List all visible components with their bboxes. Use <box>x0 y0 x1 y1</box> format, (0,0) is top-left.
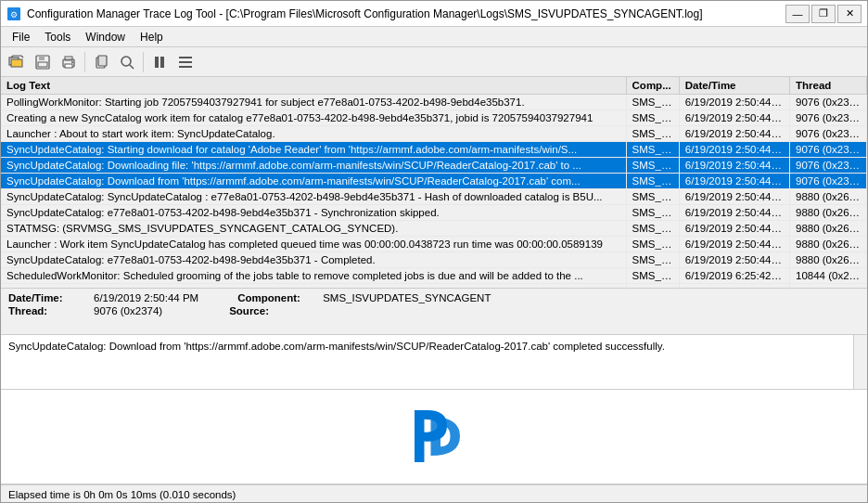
toolbar-separator <box>84 52 85 72</box>
log-table: Log Text Comp... Date/Time Thread Pollin… <box>1 77 867 289</box>
log-thread-cell: 9880 (0x2698) <box>790 189 867 205</box>
details-panel: Date/Time: 6/19/2019 2:50:44 PM Componen… <box>1 289 867 336</box>
log-datetime-cell: 6/19/2019 6:25:42 PM <box>679 268 789 284</box>
table-row[interactable]: PollingWorkMonitor: Starting job 7205759… <box>1 95 867 110</box>
svg-rect-3 <box>11 59 22 67</box>
svg-rect-6 <box>38 62 47 67</box>
source-label: Source: <box>229 305 303 316</box>
table-row[interactable]: SyncUpdateCatalog: e77e8a01-0753-4202-b4… <box>1 205 867 221</box>
find-button[interactable] <box>115 50 139 74</box>
table-row[interactable]: Launcher : About to start work item: Syn… <box>1 126 867 142</box>
log-datetime-cell: 6/19/2019 2:50:44 PM <box>679 221 789 237</box>
log-thread-cell: 9076 (0x2374) <box>790 110 867 126</box>
header-thread[interactable]: Thread <box>790 77 867 95</box>
log-thread-cell: 9880 (0x2698) <box>790 252 867 268</box>
log-thread-cell: 9880 (0x2698) <box>790 221 867 237</box>
log-datetime-cell: 6/19/2019 2:50:44 PM <box>679 110 789 126</box>
close-button[interactable]: ✕ <box>837 5 862 23</box>
message-scrollbar[interactable] <box>853 335 867 389</box>
log-comp-cell: SMS_ISVU <box>626 221 679 237</box>
svg-rect-15 <box>155 57 159 68</box>
svg-point-10 <box>71 61 73 63</box>
copy-button[interactable] <box>89 50 113 74</box>
menu-help[interactable]: Help <box>133 29 171 45</box>
restore-button[interactable]: ❐ <box>811 5 836 23</box>
minimize-button[interactable]: — <box>785 5 810 23</box>
log-text-cell: SyncUpdateCatalog: e77e8a01-0753-4202-b4… <box>1 252 626 268</box>
main-content: Log Text Comp... Date/Time Thread Pollin… <box>1 77 867 503</box>
log-datetime-cell: 6/19/2019 2:50:44 PM <box>679 205 789 221</box>
log-scroll-area[interactable]: Log Text Comp... Date/Time Thread Pollin… <box>1 77 867 289</box>
log-text-cell: SyncUpdateCatalog: e77e8a01-0753-4202-b4… <box>1 205 626 221</box>
log-text-cell: Launcher : About to start work item: Syn… <box>1 126 626 142</box>
svg-text:⚙: ⚙ <box>10 10 18 19</box>
log-text-cell: STATMSG: (SRVMSG_SMS_ISVUPDATES_SYNCAGEN… <box>1 221 626 237</box>
log-text-cell: SyncUpdateCatalog: Downloading file: 'ht… <box>1 158 626 174</box>
log-thread-cell: 9076 (0x2374) <box>790 158 867 174</box>
table-row[interactable]: Creating a new SyncCatalog work item for… <box>1 110 867 126</box>
log-thread-cell: 9880 (0x2698) <box>790 237 867 252</box>
svg-rect-5 <box>39 56 45 60</box>
view-button[interactable] <box>173 50 198 74</box>
log-text-cell: PollingWorkMonitor: Starting job 7205759… <box>1 95 626 110</box>
logo-area <box>1 390 867 484</box>
svg-rect-12 <box>98 56 107 66</box>
log-text-cell: SyncUpdateCatalog: Starting download for… <box>1 142 626 158</box>
toolbar <box>1 47 867 77</box>
svg-rect-16 <box>160 57 164 68</box>
header-logtext[interactable]: Log Text <box>1 77 626 95</box>
details-row-1: Date/Time: 6/19/2019 2:50:44 PM Componen… <box>8 292 860 303</box>
log-datetime-cell: 6/19/2019 2:50:44 PM <box>679 158 789 174</box>
log-text-cell: Creating a new SyncCatalog work item for… <box>1 110 626 126</box>
log-comp-cell: SMS_ISVU <box>626 158 679 174</box>
log-thread-cell: 9076 (0x2374) <box>790 174 867 189</box>
log-thread-cell: 9076 (0x2374) <box>790 95 867 110</box>
table-row[interactable]: SyncUpdateCatalog: e77e8a01-0753-4202-b4… <box>1 252 867 268</box>
table-row[interactable]: ScheduledWorkMonitor: Scheduled grooming… <box>1 268 867 284</box>
log-datetime-cell: 6/19/2019 2:50:44 PM <box>679 174 789 189</box>
table-row[interactable]: SyncUpdateCatalog: Downloading file: 'ht… <box>1 158 867 174</box>
details-row-2: Thread: 9076 (0x2374) Source: <box>8 305 860 316</box>
table-row[interactable]: SyncUpdateCatalog: SyncUpdateCatalog : e… <box>1 189 867 205</box>
log-comp-cell: SMS_ISVU <box>626 95 679 110</box>
log-comp-cell: SMS_ISVU <box>626 205 679 221</box>
svg-rect-18 <box>179 61 192 63</box>
title-bar: ⚙ Configuration Manager Trace Log Tool -… <box>1 1 867 27</box>
log-text-cell: SyncUpdateCatalog: SyncUpdateCatalog : e… <box>1 189 626 205</box>
log-tbody: PollingWorkMonitor: Starting job 7205759… <box>1 95 867 289</box>
log-thread-cell: 9076 (0x2374) <box>790 142 867 158</box>
menu-window[interactable]: Window <box>78 29 133 45</box>
header-comp[interactable]: Comp... <box>626 77 679 95</box>
menu-file[interactable]: File <box>5 29 37 45</box>
save-button[interactable] <box>31 50 55 74</box>
log-comp-cell: SMS_ISVU <box>626 126 679 142</box>
svg-rect-9 <box>65 64 72 68</box>
log-datetime-cell: 6/19/2019 2:50:44 PM <box>679 95 789 110</box>
log-thread-cell: 10844 (0x2A5C <box>790 268 867 284</box>
pause-button[interactable] <box>147 50 172 74</box>
datetime-label: Date/Time: <box>8 292 83 303</box>
log-datetime-cell: 6/19/2019 2:50:44 PM <box>679 237 789 252</box>
table-row[interactable]: SyncUpdateCatalog: Starting download for… <box>1 142 867 158</box>
table-row[interactable]: STATMSG: (SRVMSG_SMS_ISVUPDATES_SYNCAGEN… <box>1 221 867 237</box>
datetime-value: 6/19/2019 2:50:44 PM <box>94 292 198 303</box>
message-text: SyncUpdateCatalog: Download from 'https:… <box>8 341 665 352</box>
open-button[interactable] <box>5 50 29 74</box>
log-datetime-cell: 6/19/2019 2:50:44 PM <box>679 252 789 268</box>
log-comp-cell: SMS_ISVU <box>626 110 679 126</box>
print-button[interactable] <box>57 50 81 74</box>
status-bar: Elapsed time is 0h 0m 0s 10ms (0.010 sec… <box>1 484 867 503</box>
app-logo <box>402 404 466 469</box>
table-row[interactable]: Launcher : Work item SyncUpdateCatalog h… <box>1 237 867 252</box>
message-area: SyncUpdateCatalog: Download from 'https:… <box>1 335 867 390</box>
header-datetime[interactable]: Date/Time <box>679 77 789 95</box>
menu-tools[interactable]: Tools <box>37 29 78 45</box>
log-comp-cell: SMS_ISVU <box>626 189 679 205</box>
component-label: Component: <box>237 292 312 303</box>
log-datetime-cell: 6/19/2019 2:50:44 PM <box>679 189 789 205</box>
svg-rect-19 <box>179 66 192 68</box>
app-icon: ⚙ <box>6 6 21 21</box>
table-row[interactable]: SyncUpdateCatalog: Download from 'https:… <box>1 174 867 189</box>
log-comp-cell: SMS_ISVU <box>626 237 679 252</box>
menu-bar: File Tools Window Help <box>1 27 867 47</box>
